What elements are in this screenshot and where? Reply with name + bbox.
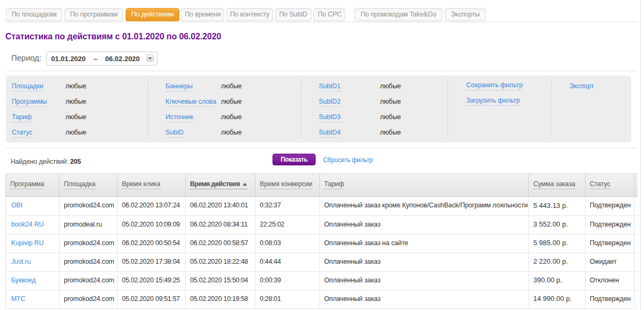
column-header-conversion-time-link[interactable]: Время конверсии: [260, 180, 312, 189]
filter-group-3: SubID1 любые SubID2 любые SubID3 любые S…: [319, 78, 401, 140]
divider-top: [6, 71, 637, 71]
column-header-program: Программа: [6, 174, 60, 197]
sort-asc-icon: [243, 183, 247, 186]
filter-tariff-value: любые: [65, 113, 86, 121]
cell-conversion-time: 0:00:39: [255, 272, 320, 290]
cell-click-time: 05.02.2020 10:09:09: [118, 216, 186, 234]
tab-by-time[interactable]: По времени: [181, 8, 224, 21]
cell-conversion-time: 0:44:44: [255, 253, 320, 272]
cell-program-link[interactable]: Just.ru: [6, 253, 60, 272]
filter-subid4-link[interactable]: SubID4: [319, 129, 380, 136]
tab-by-subid[interactable]: По SubID: [275, 8, 311, 21]
divider-bottom: [6, 148, 637, 148]
column-header-site-link[interactable]: Площадка: [64, 180, 95, 189]
filter-separator: [448, 80, 448, 138]
cell-amount: 3 552.00 р.: [529, 216, 585, 234]
tab-by-programs[interactable]: По программам: [64, 8, 123, 21]
cell-site: promokod24.com: [60, 234, 118, 253]
cell-site: promokod24.com: [60, 253, 118, 272]
column-header-action-time: Время действия: [186, 174, 255, 197]
filter-subid4: SubID4 любые: [319, 124, 401, 140]
column-header-status-link[interactable]: Статус: [590, 180, 610, 189]
column-header-click-time: Время клика: [118, 174, 186, 197]
cell-program-link[interactable]: Буквоед: [6, 272, 60, 290]
save-filter-link[interactable]: Сохранить фильтр: [466, 78, 523, 94]
filter-sites-link[interactable]: Площадки: [12, 82, 65, 90]
filter-group-1: Площадки любые Программы любые Тариф люб…: [12, 78, 86, 140]
cell-spacer: [634, 234, 638, 253]
tab-by-promocodes[interactable]: По промокодам Take&Go: [354, 8, 442, 21]
cell-status: Подтвержден: [585, 216, 634, 234]
filter-banners: Баннеры любые: [166, 78, 242, 94]
filter-subid1: SubID1 любые: [319, 78, 401, 94]
cell-program-link[interactable]: МТС: [6, 290, 60, 309]
cell-status: Подтвержден: [585, 290, 634, 309]
period-select[interactable]: 01.01.2020 – 06.02.2020: [46, 52, 158, 65]
tab-bar-underline: [6, 22, 637, 22]
cell-action-time: 06.02.2020 13:40:01: [186, 197, 255, 216]
table-row: Kupivip RU promokod24.com 06.02.2020 00:…: [6, 234, 638, 253]
reset-filter-link[interactable]: Сбросить фильтр: [323, 156, 373, 164]
export-link[interactable]: Экспорт: [569, 78, 594, 94]
cell-tariff: Оплаченный заказ: [320, 253, 529, 272]
show-button[interactable]: Показать: [273, 154, 316, 165]
table-row: МТС promokod24.com 05.02.2020 09:51:57 0…: [6, 290, 638, 309]
table-header-row: Программа Площадка Время клика Время дей…: [6, 174, 638, 197]
filter-subid1-link[interactable]: SubID1: [319, 82, 380, 90]
period-dropdown-button[interactable]: [146, 54, 154, 62]
tab-by-context[interactable]: По контексту: [227, 8, 273, 21]
load-filter-link[interactable]: Загрузить фильтр: [466, 94, 523, 109]
column-header-conversion-time: Время конверсии: [255, 174, 320, 197]
filter-subid: SubID любые: [166, 124, 242, 140]
table-row: Just.ru promokod24.com 05.02.2020 17:38:…: [6, 253, 638, 272]
cell-program-link[interactable]: OBI: [6, 197, 60, 216]
column-header-amount-link[interactable]: Сумма заказа: [533, 180, 575, 189]
column-header-amount: Сумма заказа: [529, 174, 585, 197]
cell-conversion-time: 22:25:02: [255, 216, 320, 234]
cell-status: Подтвержден: [585, 197, 634, 216]
found-actions-text: Найдено действий: 205: [11, 158, 81, 165]
statistics-page: По площадкам По программам По действиям …: [0, 0, 644, 310]
filter-subid-link[interactable]: SubID: [166, 129, 221, 136]
cell-action-time: 05.02.2020 18:22:48: [186, 253, 255, 272]
cell-site: promodeal.ru: [60, 216, 118, 234]
filter-status-link[interactable]: Статус: [12, 129, 65, 136]
cell-spacer: [634, 216, 638, 234]
filter-subid2-link[interactable]: SubID2: [319, 98, 380, 105]
cell-site: promokod24.com: [60, 197, 118, 216]
tab-exports[interactable]: Экспорты: [445, 8, 486, 21]
tab-by-sites[interactable]: По площадкам: [6, 8, 62, 21]
cell-status: Отклонен: [585, 272, 634, 290]
filter-banners-link[interactable]: Баннеры: [166, 82, 221, 90]
filter-programs-link[interactable]: Программы: [12, 98, 65, 105]
filter-programs: Программы любые: [12, 94, 86, 109]
cell-program-link[interactable]: book24 RU: [6, 216, 60, 234]
filter-source-link[interactable]: Источник: [166, 113, 221, 121]
cell-click-time: 05.02.2020 15:49:25: [118, 272, 186, 290]
filter-subid1-value: любые: [380, 82, 401, 90]
filter-keywords-link[interactable]: Ключевые слова: [166, 98, 221, 105]
filter-tariff-link[interactable]: Тариф: [12, 113, 65, 121]
filter-subid3-value: любые: [380, 113, 401, 121]
table-row: OBI promokod24.com 06.02.2020 13:07:24 0…: [6, 197, 638, 216]
cell-amount: 2 220.00 р.: [529, 253, 585, 272]
column-header-program-link[interactable]: Программа: [10, 180, 44, 189]
filter-subid-value: любые: [221, 129, 242, 136]
column-header-spacer: [634, 174, 638, 197]
filter-source-value: любые: [221, 113, 242, 121]
column-header-click-time-link[interactable]: Время клика: [122, 180, 160, 189]
tab-by-actions[interactable]: По действиям: [126, 8, 179, 21]
filter-keywords-value: любые: [221, 98, 242, 105]
filter-subid3-link[interactable]: SubID3: [319, 113, 380, 121]
filter-export: Экспорт: [569, 78, 594, 94]
filter-source: Источник любые: [166, 109, 242, 124]
column-header-tariff-link[interactable]: Тариф: [324, 180, 344, 189]
cell-program-link[interactable]: Kupivip RU: [6, 234, 60, 253]
tab-by-cpc[interactable]: По CPC: [313, 8, 345, 21]
cell-action-time: 06.02.2020 00:58:57: [186, 234, 255, 253]
cell-site: promokod24.com: [60, 272, 118, 290]
filter-panel: Площадки любые Программы любые Тариф люб…: [6, 76, 631, 143]
page-right-border: [640, 0, 641, 310]
column-header-action-time-link[interactable]: Время действия: [190, 180, 247, 189]
period-value: 01.01.2020 – 06.02.2020: [51, 55, 140, 63]
